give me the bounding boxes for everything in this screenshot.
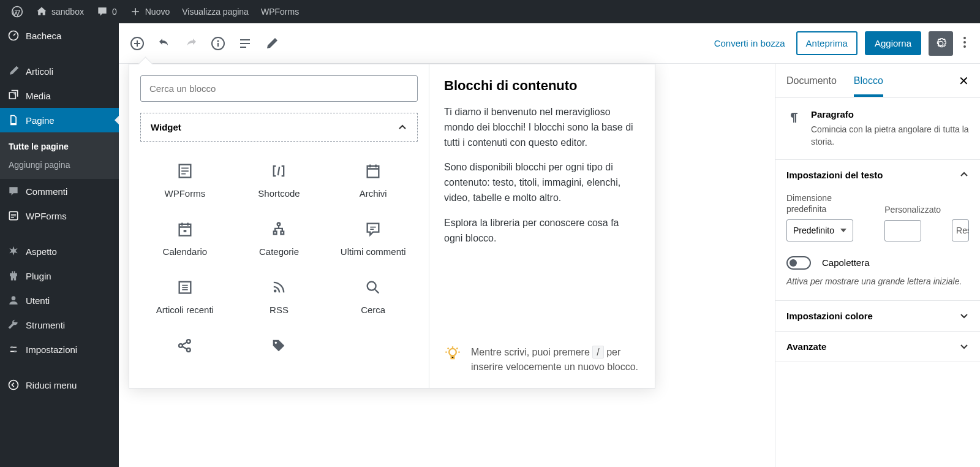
block-categories[interactable]: Categorie (235, 215, 324, 268)
svg-point-5 (11, 346, 13, 348)
block-archives[interactable]: Archivi (328, 156, 418, 210)
dropcap-help: Attiva per mostrare una grande lettera i… (786, 276, 969, 288)
svg-point-19 (277, 223, 281, 226)
inserter-p1: Ti diamo il benvenuto nel meraviglioso m… (444, 105, 640, 150)
pages-submenu: Tutte le pagine Aggiungi pagina (0, 132, 119, 179)
redo-button[interactable] (184, 36, 198, 51)
block-search[interactable]: Cerca (328, 273, 418, 326)
undo-button[interactable] (157, 36, 172, 51)
font-size-select[interactable]: Predefinito (786, 219, 853, 241)
switch-to-draft[interactable]: Converti in bozza (710, 38, 789, 48)
site-name: sandbox (51, 7, 84, 17)
sidebar-media[interactable]: Media (0, 83, 119, 108)
comments-link[interactable]: 0 (90, 0, 123, 23)
new-label: Nuovo (145, 7, 170, 17)
admin-sidebar: Bacheca Articoli Media Pagine Tutte le p… (0, 23, 119, 467)
svg-point-12 (963, 37, 966, 39)
tab-block[interactable]: Blocco (854, 66, 883, 97)
svg-point-6 (14, 351, 16, 352)
inserter-p2: Sono disponibili blocchi per ogni tipo d… (444, 160, 640, 205)
chevron-up-icon (959, 170, 969, 180)
svg-rect-20 (274, 232, 277, 235)
submenu-all-pages[interactable]: Tutte le pagine (0, 137, 119, 156)
dropcap-label: Capolettera (822, 257, 870, 268)
editor-header: Converti in bozza Anteprima Aggiorna (119, 23, 980, 64)
text-settings-toggle[interactable]: Impostazioni del testo (775, 160, 980, 190)
editor-main: Converti in bozza Anteprima Aggiorna Wid… (119, 23, 980, 467)
comments-count: 0 (112, 7, 117, 17)
block-search-input[interactable] (140, 75, 418, 102)
svg-point-14 (963, 45, 966, 48)
paragraph-icon (786, 110, 801, 125)
chevron-down-icon (959, 311, 969, 321)
chevron-down-icon (959, 341, 969, 351)
sidebar-pages[interactable]: Pagine (0, 108, 119, 132)
inserter-tip: Mentre scrivi, puoi premere / per inseri… (444, 345, 640, 374)
admin-bar: sandbox 0 Nuovo Visualizza pagina WPForm… (0, 0, 980, 23)
submenu-add-page[interactable]: Aggiungi pagina (0, 156, 119, 174)
wp-logo[interactable] (5, 0, 29, 23)
svg-point-24 (368, 282, 376, 290)
settings-toggle[interactable] (929, 31, 953, 56)
svg-point-10 (217, 40, 219, 42)
sidebar-users[interactable]: Utenti (0, 288, 119, 313)
info-button[interactable] (211, 36, 225, 51)
svg-point-29 (449, 349, 456, 356)
inserter-p3: Esplora la libreria per conoscere cosa f… (444, 216, 640, 246)
sidebar-settings[interactable]: Impostazioni (0, 337, 119, 362)
svg-rect-21 (281, 232, 284, 235)
preview-button[interactable]: Anteprima (796, 31, 858, 55)
block-card: Paragrafo Comincia con la pietra angolar… (775, 98, 980, 160)
more-menu[interactable] (960, 35, 969, 52)
preset-label: Dimensione predefinita (786, 192, 873, 215)
svg-rect-16 (368, 166, 379, 178)
slash-key: / (592, 346, 603, 359)
block-tag[interactable] (235, 331, 324, 374)
block-latest-posts[interactable]: Articoli recenti (140, 273, 230, 326)
settings-tabs: Documento Blocco ✕ (775, 64, 980, 98)
block-desc: Comincia con la pietra angolare di tutta… (811, 123, 969, 148)
color-settings-toggle[interactable]: Impostazioni colore (775, 301, 980, 331)
color-settings-section: Impostazioni colore (775, 301, 980, 332)
sidebar-tools[interactable]: Strumenti (0, 313, 119, 337)
advanced-section: Avanzate (775, 332, 980, 362)
sidebar-collapse[interactable]: Riduci menu (0, 373, 119, 397)
advanced-toggle[interactable]: Avanzate (775, 332, 980, 362)
reset-size-button[interactable]: Reset (952, 219, 969, 241)
sidebar-appearance[interactable]: Aspetto (0, 239, 119, 264)
sidebar-plugins[interactable]: Plugin (0, 264, 119, 288)
text-settings-section: Impostazioni del testo Dimensione predef… (775, 160, 980, 301)
svg-rect-11 (217, 43, 219, 47)
svg-rect-18 (183, 230, 186, 232)
close-panel[interactable]: ✕ (959, 74, 969, 88)
add-block-button[interactable] (130, 36, 145, 51)
svg-point-13 (963, 41, 966, 44)
site-link[interactable]: sandbox (29, 0, 90, 23)
sidebar-wpforms[interactable]: WPForms (0, 203, 119, 228)
svg-point-2 (13, 93, 15, 94)
inserter-category-toggle[interactable]: Widget (140, 113, 418, 142)
custom-size-input[interactable] (884, 220, 921, 241)
outline-button[interactable] (238, 36, 252, 51)
sidebar-posts[interactable]: Articoli (0, 59, 119, 83)
dropcap-toggle[interactable] (786, 256, 811, 270)
tab-document[interactable]: Documento (786, 66, 837, 96)
block-shortcode[interactable]: Shortcode (235, 156, 324, 210)
block-latest-comments[interactable]: Ultimi commenti (328, 215, 418, 268)
block-social[interactable] (140, 331, 230, 374)
svg-point-7 (9, 381, 18, 390)
new-content[interactable]: Nuovo (123, 0, 176, 23)
chevron-up-icon (398, 123, 407, 132)
inserter-desc-title: Blocchi di contenuto (444, 78, 640, 94)
block-wpforms[interactable]: WPForms (140, 156, 230, 210)
svg-point-28 (275, 342, 277, 344)
sidebar-dashboard[interactable]: Bacheca (0, 23, 119, 48)
block-rss[interactable]: RSS (235, 273, 324, 326)
sidebar-comments[interactable]: Commenti (0, 179, 119, 203)
block-calendar[interactable]: Calendario (140, 215, 230, 268)
edit-button[interactable] (265, 36, 279, 51)
wpforms-adminbar[interactable]: WPForms (255, 0, 305, 23)
svg-point-4 (12, 296, 16, 300)
update-button[interactable]: Aggiorna (865, 31, 921, 55)
view-page[interactable]: Visualizza pagina (176, 0, 255, 23)
